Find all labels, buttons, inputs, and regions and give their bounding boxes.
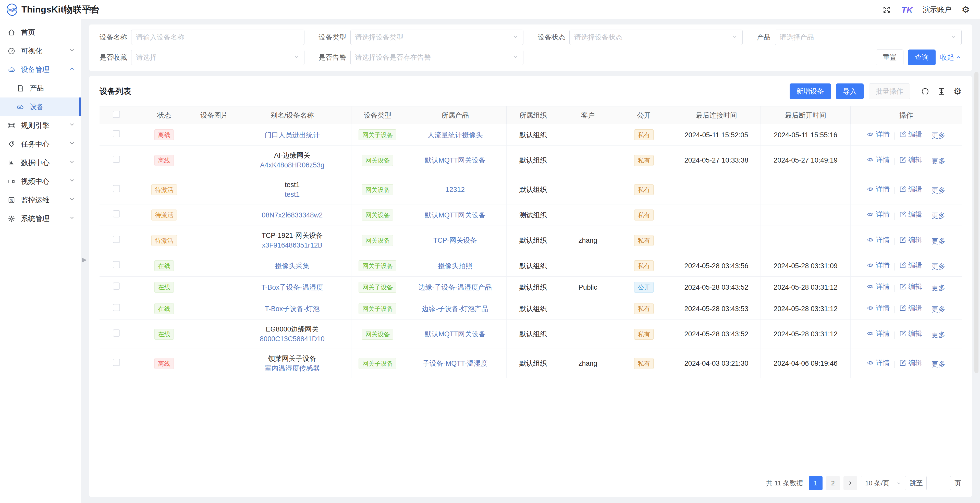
row-checkbox[interactable] bbox=[113, 130, 120, 137]
sidebar-item-device-management[interactable]: 设备管理 bbox=[0, 60, 81, 79]
edit-link[interactable]: 编辑 bbox=[899, 358, 922, 368]
page-size-select[interactable]: 10 条/页 bbox=[861, 476, 906, 490]
row-checkbox[interactable] bbox=[113, 261, 120, 268]
row-checkbox[interactable] bbox=[113, 359, 120, 366]
fullscreen-icon[interactable] bbox=[883, 6, 891, 14]
row-checkbox[interactable] bbox=[113, 236, 120, 243]
device-name-link[interactable]: T-Box子设备-灯泡 bbox=[265, 304, 320, 314]
device-name-link[interactable]: 8000C13C58841D10 bbox=[260, 334, 325, 344]
more-link[interactable]: 更多 bbox=[932, 186, 945, 195]
product-link[interactable]: 边缘-子设备-灯泡产品 bbox=[422, 305, 488, 313]
collapse-filters-button[interactable]: 收起 bbox=[940, 53, 962, 62]
detail-link[interactable]: 详情 bbox=[867, 185, 890, 194]
favorite-select[interactable]: 请选择 bbox=[131, 50, 304, 65]
detail-link[interactable]: 详情 bbox=[867, 210, 890, 219]
row-checkbox[interactable] bbox=[113, 185, 120, 192]
detail-link[interactable]: 详情 bbox=[867, 261, 890, 270]
header-settings-icon[interactable]: ⚙ bbox=[962, 4, 970, 15]
more-link[interactable]: 更多 bbox=[932, 237, 945, 246]
sidebar-item-data-center[interactable]: 数据中心 bbox=[0, 153, 81, 172]
product-link[interactable]: 默认MQTT网关设备 bbox=[425, 156, 485, 164]
user-avatar[interactable]: TK bbox=[901, 4, 913, 16]
device-name-link[interactable]: 室内温湿度传感器 bbox=[265, 364, 320, 373]
device-name-link[interactable]: x3F916486351r12B bbox=[262, 240, 322, 250]
sidebar-item-product[interactable]: P 产品 bbox=[0, 79, 81, 97]
product-link[interactable]: 子设备-MQTT-温湿度 bbox=[423, 360, 488, 367]
sidebar-expand-handle-icon[interactable]: ▶ bbox=[82, 256, 87, 264]
row-height-icon[interactable] bbox=[937, 87, 946, 96]
more-link[interactable]: 更多 bbox=[932, 283, 945, 293]
row-checkbox[interactable] bbox=[113, 156, 120, 163]
product-link[interactable]: 12312 bbox=[445, 186, 465, 193]
reset-button[interactable]: 重置 bbox=[876, 49, 904, 65]
product-link[interactable]: 人流量统计摄像头 bbox=[428, 131, 483, 139]
edit-link[interactable]: 编辑 bbox=[899, 282, 922, 291]
product-select[interactable]: 请选择产品 bbox=[775, 30, 962, 45]
detail-link[interactable]: 详情 bbox=[867, 155, 890, 164]
scrollbar[interactable] bbox=[974, 72, 978, 373]
device-type-select[interactable]: 请选择设备类型 bbox=[350, 30, 524, 45]
edit-link[interactable]: 编辑 bbox=[899, 235, 922, 245]
row-checkbox[interactable] bbox=[113, 304, 120, 311]
product-link[interactable]: 默认MQTT网关设备 bbox=[425, 211, 485, 219]
edit-link[interactable]: 编辑 bbox=[899, 303, 922, 313]
account-name[interactable]: 演示账户 bbox=[923, 5, 951, 14]
product-link[interactable]: 默认MQTT网关设备 bbox=[425, 330, 485, 338]
edit-link[interactable]: 编辑 bbox=[899, 130, 922, 139]
row-checkbox[interactable] bbox=[113, 282, 120, 290]
sidebar-item-video-center[interactable]: 视频中心 bbox=[0, 172, 81, 191]
product-link[interactable]: 边缘-子设备-温湿度产品 bbox=[418, 283, 492, 291]
product-link[interactable]: TCP-网关设备 bbox=[433, 237, 477, 244]
more-link[interactable]: 更多 bbox=[932, 131, 945, 140]
more-link[interactable]: 更多 bbox=[932, 305, 945, 314]
detail-link[interactable]: 详情 bbox=[867, 358, 890, 368]
sidebar-item-task-center[interactable]: 任务中心 bbox=[0, 135, 81, 153]
more-link[interactable]: 更多 bbox=[932, 262, 945, 271]
more-link[interactable]: 更多 bbox=[932, 360, 945, 369]
device-name-link[interactable]: T-Box子设备-温湿度 bbox=[261, 283, 323, 292]
edit-link[interactable]: 编辑 bbox=[899, 155, 922, 164]
more-link[interactable]: 更多 bbox=[932, 156, 945, 166]
row-checkbox[interactable] bbox=[113, 210, 120, 217]
column-settings-icon[interactable]: ⚙ bbox=[953, 87, 962, 96]
detail-link[interactable]: 详情 bbox=[867, 130, 890, 139]
detail-link[interactable]: 详情 bbox=[867, 329, 890, 338]
device-name-link[interactable]: 门口人员进出统计 bbox=[265, 131, 320, 140]
jump-page-input[interactable] bbox=[926, 476, 951, 490]
page-button-2[interactable]: 2 bbox=[826, 476, 840, 490]
device-status-select[interactable]: 请选择设备状态 bbox=[570, 30, 743, 45]
menu-fold-icon[interactable] bbox=[88, 5, 97, 14]
detail-link[interactable]: 详情 bbox=[867, 303, 890, 313]
sidebar-item-visualization[interactable]: 可视化 bbox=[0, 41, 81, 60]
last-disconnect-time: 2024-05-11 15:55:16 bbox=[774, 131, 837, 139]
device-name-link[interactable]: 摄像头采集 bbox=[275, 261, 309, 271]
alarm-select[interactable]: 请选择设备是否存在告警 bbox=[350, 50, 524, 65]
device-name-link[interactable]: test1 bbox=[285, 190, 300, 199]
product-link[interactable]: 摄像头拍照 bbox=[438, 262, 473, 270]
search-button[interactable]: 查询 bbox=[908, 49, 935, 65]
row-checkbox[interactable] bbox=[113, 329, 120, 337]
device-name-input[interactable]: 请输入设备名称 bbox=[131, 30, 304, 45]
sidebar-item-rule-engine[interactable]: 规则引擎 bbox=[0, 116, 81, 135]
refresh-icon[interactable] bbox=[921, 87, 929, 96]
page-button-1[interactable]: 1 bbox=[809, 476, 822, 490]
edit-link[interactable]: 编辑 bbox=[899, 261, 922, 270]
detail-link[interactable]: 详情 bbox=[867, 235, 890, 245]
sidebar-item-system-management[interactable]: 系统管理 bbox=[0, 209, 81, 228]
add-device-button[interactable]: 新增设备 bbox=[790, 83, 831, 99]
sidebar-item-home[interactable]: 首页 bbox=[0, 23, 81, 41]
edit-link[interactable]: 编辑 bbox=[899, 185, 922, 194]
device-name-link[interactable]: 08N7x2l6833348w2 bbox=[262, 210, 323, 220]
detail-link[interactable]: 详情 bbox=[867, 282, 890, 291]
batch-operation-button[interactable]: 批量操作 bbox=[869, 83, 910, 99]
sidebar-item-device[interactable]: 设备 bbox=[0, 97, 81, 116]
more-link[interactable]: 更多 bbox=[932, 330, 945, 339]
edit-link[interactable]: 编辑 bbox=[899, 329, 922, 338]
more-link[interactable]: 更多 bbox=[932, 211, 945, 220]
device-name-link[interactable]: A4xK48o8HR06z53g bbox=[260, 161, 325, 170]
edit-link[interactable]: 编辑 bbox=[899, 210, 922, 219]
select-all-checkbox[interactable] bbox=[113, 111, 120, 118]
import-button[interactable]: 导入 bbox=[836, 83, 864, 99]
next-page-button[interactable] bbox=[843, 476, 857, 490]
sidebar-item-monitor-ops[interactable]: ⌘ 监控运维 bbox=[0, 191, 81, 209]
